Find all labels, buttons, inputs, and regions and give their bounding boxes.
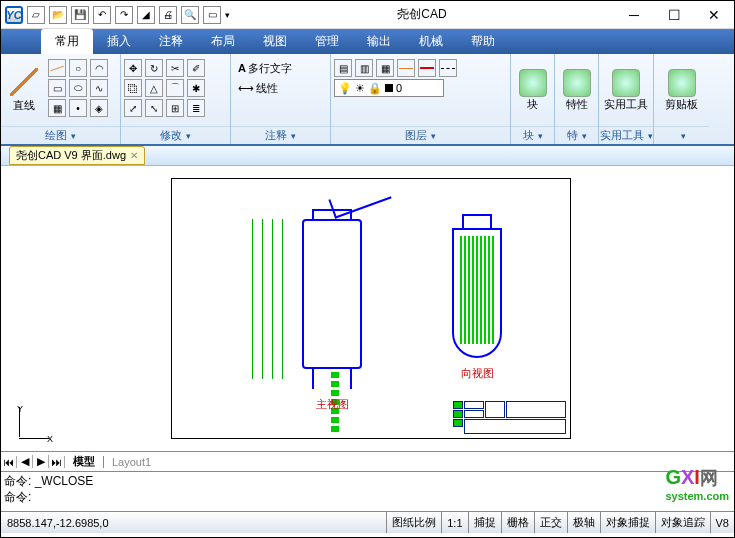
bulb-icon: 💡	[338, 82, 352, 95]
document-tab[interactable]: 尧创CAD V9 界面.dwg ✕	[9, 146, 145, 165]
rotate-icon[interactable]: ↻	[145, 59, 163, 77]
panel-draw-label[interactable]: 绘图	[1, 126, 120, 144]
tab-next-icon[interactable]: ▶	[33, 455, 49, 468]
spline-icon[interactable]: ∿	[90, 79, 108, 97]
app-icon[interactable]: YC	[5, 6, 23, 24]
qat-erase-icon[interactable]: ◢	[137, 6, 155, 24]
drawing-viewport[interactable]: 主视图 向视图	[171, 178, 571, 439]
layout1-tab[interactable]: Layout1	[103, 456, 159, 468]
region-icon[interactable]: ◈	[90, 99, 108, 117]
rectangle-icon[interactable]: ▭	[48, 79, 66, 97]
block-button[interactable]	[519, 69, 547, 97]
polyline-icon[interactable]	[48, 59, 66, 77]
layer-name-text: 0	[396, 82, 402, 94]
close-button[interactable]: ✕	[694, 2, 734, 28]
copy-icon[interactable]: ⿻	[124, 79, 142, 97]
point-icon[interactable]: •	[69, 99, 87, 117]
tab-output[interactable]: 输出	[353, 29, 405, 54]
qat-redo-icon[interactable]: ↷	[115, 6, 133, 24]
tab-view[interactable]: 视图	[249, 29, 301, 54]
menu-bar: 常用 插入 注释 布局 视图 管理 输出 机械 帮助	[1, 29, 734, 54]
ortho-toggle[interactable]: 正交	[534, 512, 567, 533]
grid-toggle[interactable]: 栅格	[501, 512, 534, 533]
offset-icon[interactable]: ≣	[187, 99, 205, 117]
utility-button[interactable]	[612, 69, 640, 97]
command-history: 命令: _WCLOSE	[4, 473, 731, 489]
tab-prev-icon[interactable]: ◀	[17, 455, 33, 468]
ribbon: 直线 ○ ◠ ▭ ⬭ ∿ ▦ • ◈ 绘图	[1, 54, 734, 146]
tab-manage[interactable]: 管理	[301, 29, 353, 54]
tab-common[interactable]: 常用	[41, 29, 93, 54]
paper-scale-label: 图纸比例	[386, 512, 441, 533]
qat-undo-icon[interactable]: ↶	[93, 6, 111, 24]
qat-open-icon[interactable]: 📂	[49, 6, 67, 24]
tab-insert[interactable]: 插入	[93, 29, 145, 54]
panel-util-label[interactable]: 实用工具	[599, 126, 653, 144]
panel-block-label[interactable]: 块	[511, 126, 554, 144]
tab-mechanical[interactable]: 机械	[405, 29, 457, 54]
qat-sheet-icon[interactable]: ▭	[203, 6, 221, 24]
otrack-toggle[interactable]: 对象追踪	[655, 512, 710, 533]
ellipse-icon[interactable]: ⬭	[69, 79, 87, 97]
layer-line3-icon[interactable]	[439, 59, 457, 77]
snap-toggle[interactable]: 捕捉	[468, 512, 501, 533]
tank1-label: 主视图	[302, 397, 362, 412]
arc-icon[interactable]: ◠	[90, 59, 108, 77]
stretch-icon[interactable]: ⤢	[124, 99, 142, 117]
trim-icon[interactable]: ✂	[166, 59, 184, 77]
explode-icon[interactable]: ✱	[187, 79, 205, 97]
dim-linear-button[interactable]: ⟷ 线性	[234, 79, 296, 97]
layer-line2-icon[interactable]	[418, 59, 436, 77]
sun-icon: ☀	[355, 82, 365, 95]
tab-layout[interactable]: 布局	[197, 29, 249, 54]
panel-clip-label[interactable]	[654, 126, 709, 144]
layer-color-swatch	[385, 84, 393, 92]
clipboard-button[interactable]	[668, 69, 696, 97]
line-tool-label: 直线	[13, 98, 35, 113]
fillet-icon[interactable]: ⌒	[166, 79, 184, 97]
command-line[interactable]: 命令: _WCLOSE 命令:	[1, 471, 734, 511]
qat-new-icon[interactable]: ▱	[27, 6, 45, 24]
watermark: GXI网 system.com	[665, 466, 729, 502]
layer-dropdown[interactable]: 💡 ☀ 🔒 0	[334, 79, 444, 97]
polar-toggle[interactable]: 极轴	[567, 512, 600, 533]
circle-icon[interactable]: ○	[69, 59, 87, 77]
paper-scale-value[interactable]: 1:1	[441, 512, 467, 533]
qat-print-icon[interactable]: 🖨	[159, 6, 177, 24]
mirror-icon[interactable]: △	[145, 79, 163, 97]
qat-save-icon[interactable]: 💾	[71, 6, 89, 24]
qat-search-icon[interactable]: 🔍	[181, 6, 199, 24]
panel-annotate-label[interactable]: 注释	[231, 126, 330, 144]
tab-close-icon[interactable]: ✕	[130, 150, 138, 161]
canvas-area[interactable]: 主视图 向视图 Y X	[1, 166, 734, 451]
window-title: 尧创CAD	[230, 6, 614, 23]
ucs-axes: Y X	[7, 407, 47, 447]
panel-layer-label[interactable]: 图层	[331, 126, 510, 144]
model-tab[interactable]: 模型	[65, 454, 103, 469]
layer-iso-icon[interactable]: ▦	[376, 59, 394, 77]
maximize-button[interactable]: ☐	[654, 2, 694, 28]
panel-modify-label[interactable]: 修改	[121, 126, 230, 144]
properties-button[interactable]	[563, 69, 591, 97]
title-block	[453, 401, 568, 436]
mtext-button[interactable]: A 多行文字	[234, 59, 296, 77]
tab-annotate[interactable]: 注释	[145, 29, 197, 54]
layer-line1-icon[interactable]	[397, 59, 415, 77]
move-icon[interactable]: ✥	[124, 59, 142, 77]
lock-icon: 🔒	[368, 82, 382, 95]
osnap-toggle[interactable]: 对象捕捉	[600, 512, 655, 533]
panel-prop-label[interactable]: 特	[555, 126, 598, 144]
layer-states-icon[interactable]: ▥	[355, 59, 373, 77]
hatch-icon[interactable]: ▦	[48, 99, 66, 117]
pedit-icon[interactable]: ✐	[187, 59, 205, 77]
line-tool-icon[interactable]	[10, 68, 38, 96]
version-label: V8	[710, 512, 734, 533]
coordinates: 8858.147,-12.6985,0	[1, 517, 386, 529]
scale-icon[interactable]: ⤡	[145, 99, 163, 117]
layer-prop-icon[interactable]: ▤	[334, 59, 352, 77]
tab-first-icon[interactable]: ⏮	[1, 456, 17, 468]
tab-help[interactable]: 帮助	[457, 29, 509, 54]
array-icon[interactable]: ⊞	[166, 99, 184, 117]
minimize-button[interactable]: ─	[614, 2, 654, 28]
tab-last-icon[interactable]: ⏭	[49, 456, 65, 468]
